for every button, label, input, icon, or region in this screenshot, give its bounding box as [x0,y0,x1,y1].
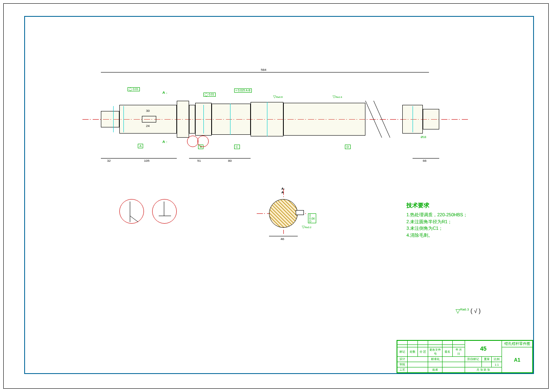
shaft-seg-7 [283,103,365,136]
tech-req-3: 3.未注倒角为C1； [406,225,468,232]
drawing-canvas: 584 [25,17,533,373]
cyan-1 [113,106,114,132]
shaft-seg-9 [423,109,439,129]
shaft-seg-1 [101,111,119,127]
cyan-5 [267,102,267,136]
title-block: 45 镗孔镗杆零件图 标记处数分 区 更改文件号签名年 月 日 A1 设计 标准… [397,340,533,373]
detail-circle-1-marker [187,136,198,147]
dim-seg1 [101,158,119,159]
shaft-seg-5 [212,104,251,135]
dim-seg3 [189,158,212,159]
tol-3: ◯ 0.01 [203,93,216,97]
keyway-len: 30 [146,109,150,113]
dim-seg2 [119,158,177,159]
svg-line-1 [130,216,138,222]
drawing-name-cell: 镗孔镗杆零件图 [502,341,533,347]
cyan-3 [203,105,204,134]
dim-seg5 [413,158,439,159]
datum-a: A [138,144,143,148]
section-dim-text: 46 [281,237,284,241]
dim-seg2-text: 105 [144,159,149,163]
tech-req-4: 4.清除毛刺。 [406,232,468,239]
detail-view-2 [152,199,177,224]
sf-2: ▽Ra1.6 [333,95,342,99]
phi18-text: Ø18 [421,136,426,138]
keyway-section [296,210,304,215]
tech-requirements: 技术要求 1.热处理调质，220-250HBS； 2.未注圆角半径为R1； 3.… [406,201,468,238]
break-line-1 [361,99,402,140]
keyway [142,116,156,122]
cyan-6 [413,106,413,132]
dim-total-text: 584 [261,68,266,72]
datum-c: C [234,145,240,149]
detail-circle-2-marker [197,136,209,147]
dim-total [101,72,429,73]
dim-seg5-text: 66 [423,159,427,163]
cyan-2 [123,106,124,132]
tol-2: ⌖ 0.025 A-B [234,88,252,93]
section-circle [269,199,298,228]
tech-req-title: 技术要求 [406,201,468,210]
tol-1: ◯ 0.01 [128,87,140,91]
sheet-size-cell: A1 [502,347,533,373]
cyan-4 [230,104,230,135]
dim-seg1-text: 32 [107,159,111,163]
tech-req-1: 1.热处理调质，220-250HBS； [406,211,468,218]
section-dim [269,236,298,236]
surface-general: ▽Ra6.3 ( √ ) [456,308,481,314]
datum-d: D [345,145,351,149]
dim-seg3-text: 51 [197,159,201,163]
dim-seg4-text: 80 [228,159,232,163]
section-tol: ∥ 0.06 D [308,213,316,223]
keyway-width: 24 [146,124,150,128]
section-a-bottom: A ↑ [162,140,167,144]
material-cell: 45 [465,341,502,357]
shaft-seg-3-flange [177,101,189,138]
shaft-seg-3b [189,105,195,134]
sf-1: ▽Ra0.8 [273,95,283,99]
section-sf: ▽Ra3.2 [302,225,311,229]
dim-seg4 [212,158,251,159]
tech-req-2: 2.未注圆角半径为R1； [406,218,468,225]
section-a-top: A ↓ [162,91,167,95]
detail-view-1 [119,199,144,224]
